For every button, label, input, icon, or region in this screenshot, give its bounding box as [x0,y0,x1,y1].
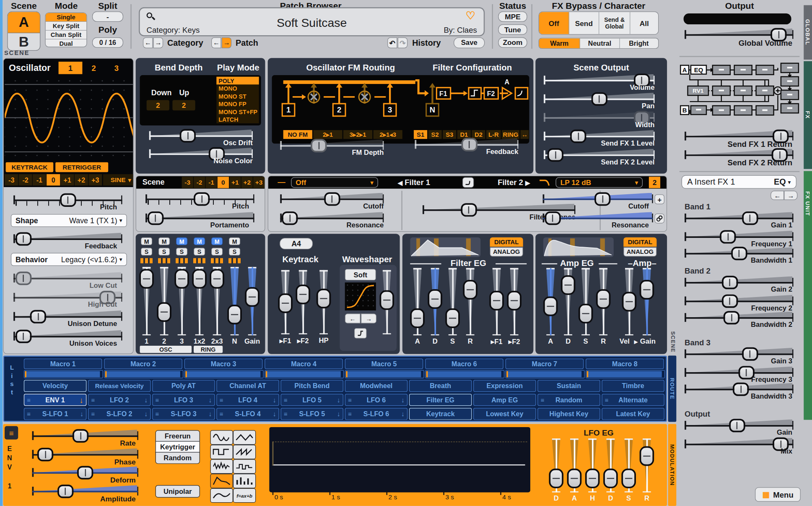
osc-waveform-display[interactable] [5,79,133,159]
amp-eg-sustain[interactable] [578,268,594,336]
favorite-heart-icon[interactable]: ♡ [466,9,475,22]
bend-up-value[interactable]: 2 [172,100,195,110]
hamburger-icon[interactable]: ≡ [27,410,31,417]
solo-3[interactable]: S [176,248,187,256]
undo-button[interactable]: ↶ [387,37,397,48]
solo-n[interactable]: S [229,248,240,256]
lfo-shape-noise[interactable] [210,459,233,474]
filter-eg-to-f2[interactable] [506,268,522,336]
mod-modwheel[interactable]: Modwheel [345,380,407,391]
hamburger-icon[interactable]: ≡ [91,410,95,417]
play-mode-poly[interactable]: POLY [216,77,259,85]
scene-octave-minus2[interactable]: -2 [194,177,205,188]
solo-2[interactable]: S [158,248,170,256]
mod-latest-key[interactable]: Latest Key [602,408,664,420]
arrow-down-icon[interactable]: ↓ [272,410,276,418]
osc-octave-plus1[interactable]: +1 [61,174,74,185]
solo-2x3[interactable]: S [211,248,223,256]
filter2-count[interactable]: 2 [649,177,660,188]
scene-a-button[interactable]: A [8,12,40,33]
osc-tab-3[interactable]: 3 [105,62,128,74]
hamburger-icon[interactable]: ≡ [220,410,223,417]
arrow-down-icon[interactable]: ↓ [337,410,340,418]
tab-modulation-strip[interactable]: MODULATION [668,424,677,506]
filter2-type-dropdown[interactable]: LP 12 dB▾ [556,177,643,188]
mixer-ring1x2-slider[interactable] [192,267,207,335]
lfo-shape-saw[interactable] [233,445,256,459]
filter2-extend-button[interactable]: + [654,194,664,204]
tri-left-icon[interactable]: ◀ [398,179,402,186]
arrow-down-icon[interactable]: ↓ [401,410,405,418]
arrow-down-icon[interactable]: ↓ [337,396,340,404]
mute-1x2[interactable]: M [194,237,205,245]
mod-velocity[interactable]: Velocity [24,380,86,391]
lfo-eg-release[interactable] [639,438,654,492]
vu-meter[interactable] [684,13,791,24]
fm-option-2to1and3[interactable]: 2▸1◂3 [374,130,402,139]
fx-bypass-send-global[interactable]: Send & Global [599,12,630,34]
lfo-eg-decay[interactable] [603,438,618,492]
mixer-noise-slider[interactable] [227,267,242,335]
macro-5[interactable]: Macro 5 [345,359,423,369]
osc-tab-2[interactable]: 2 [82,62,105,74]
osc-tab-1[interactable]: 1 [59,62,83,74]
mod-lfo2[interactable]: ≡LFO 2↓ [88,394,150,406]
mod-alternate[interactable]: ≡Alternate [602,394,664,406]
mod-slfo2[interactable]: ≡S-LFO 2↓ [88,408,150,420]
lfo-eg-sustain[interactable] [621,438,636,492]
fx-routing-diagram[interactable]: A EQ RV1 B [680,62,802,118]
route-led-3[interactable] [176,258,188,263]
tab-route-strip[interactable]: ROUTE [668,355,677,422]
amp-eg-attack[interactable] [543,268,558,336]
osc-octave-zero[interactable]: 0 [47,174,60,185]
mode-single[interactable]: Single [46,13,87,22]
lfo-eg-hold[interactable] [585,438,600,492]
arrow-down-icon[interactable]: ↓ [208,396,212,404]
macro-8[interactable]: Macro 8 [586,359,664,369]
amp-eg-release[interactable] [596,268,611,336]
filter1-type-dropdown[interactable]: Off▾ [291,177,378,188]
character-bright[interactable]: Bright [620,38,658,48]
hamburger-icon[interactable]: ≡ [284,410,288,417]
filter-eg-digital[interactable]: DIGITAL [490,237,523,247]
hamburger-icon[interactable]: ≡ [605,396,609,403]
keytrack-root-button[interactable]: A4 [280,238,313,249]
fx-next-button[interactable]: → [784,191,797,200]
hamburger-icon[interactable]: ≡ [156,396,159,403]
play-mode-mono-st[interactable]: MONO ST [216,92,259,100]
play-mode-mono-stfp[interactable]: MONO ST+FP [216,108,259,116]
filter-eg-decay[interactable] [427,268,443,336]
arrow-down-icon[interactable]: ↓ [208,410,212,418]
mod-slfo1[interactable]: ≡S-LFO 1↓ [24,408,86,420]
filter-eg-to-f1[interactable] [489,268,504,336]
filter-eg-analog[interactable]: ANALOG [490,247,523,256]
mute-2x3[interactable]: M [211,237,223,245]
tri-right-icon[interactable]: ▶ [525,179,530,186]
mod-pitch-bend[interactable]: Pitch Bend [281,380,343,391]
route-led-2x3[interactable] [211,258,223,263]
mixer-osc1-slider[interactable] [139,267,154,335]
hamburger-icon[interactable]: ≡ [27,396,31,403]
scene-octave-plus1[interactable]: +1 [229,177,241,188]
mixer-osc3-slider[interactable] [174,267,189,335]
mixer-gain-slider[interactable] [244,267,260,335]
mixer-ring2x3-slider[interactable] [209,267,225,335]
macro-5-bar[interactable] [345,370,424,378]
amp-vel-slider[interactable] [621,268,637,336]
keytrack-f2-slider[interactable] [295,270,311,334]
mod-random[interactable]: ≡Random [537,394,600,406]
macro-1-bar[interactable] [24,370,103,378]
hamburger-icon[interactable]: ≡ [348,396,352,403]
macro-6-bar[interactable] [425,370,504,378]
macro-7-bar[interactable] [506,370,585,378]
osc-octave-minus1[interactable]: -1 [33,174,46,185]
mute-2[interactable]: M [158,237,170,245]
scene-octave-minus3[interactable]: -3 [182,177,193,188]
character-neutral[interactable]: Neutral [580,38,620,48]
fm-option-nofm[interactable]: NO FM [283,130,312,139]
split-value-button[interactable]: - [92,11,123,22]
tab-scene[interactable]: SCENE [669,326,677,357]
lfo-shape-triangle[interactable] [233,430,256,445]
mode-chan-split[interactable]: Chan Split [46,31,87,39]
solo-1[interactable]: S [141,248,152,256]
